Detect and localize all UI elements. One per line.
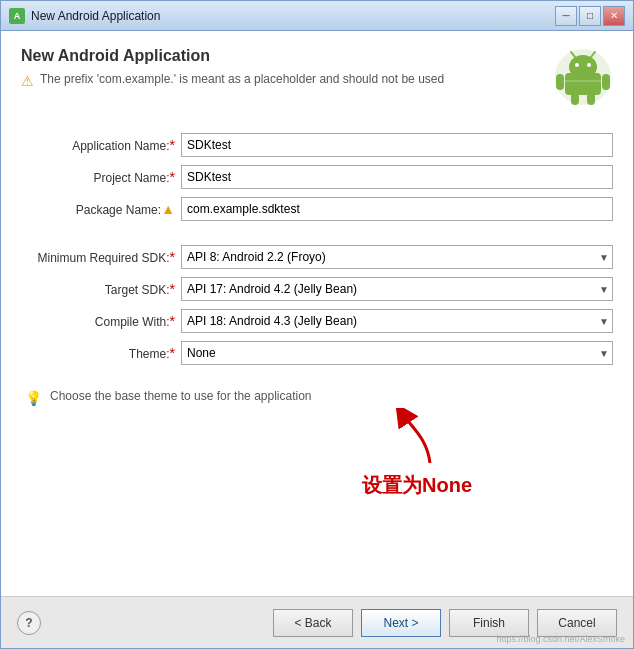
minimize-button[interactable]: ─: [555, 6, 577, 26]
svg-point-4: [587, 63, 591, 67]
package-name-row: Package Name:▲: [21, 197, 613, 221]
app-name-input[interactable]: [181, 133, 613, 157]
watermark: https://blog.csdn.net/AlexSmoke: [496, 634, 625, 644]
red-arrow-icon: [392, 408, 442, 468]
theme-label: Theme:*: [21, 345, 181, 361]
page-header: New Android Application ⚠ The prefix 'co…: [21, 47, 613, 107]
finish-button[interactable]: Finish: [449, 609, 529, 637]
close-button[interactable]: ✕: [603, 6, 625, 26]
min-sdk-select-wrapper: API 8: Android 2.2 (Froyo) ▼: [181, 245, 613, 269]
header-left: New Android Application ⚠ The prefix 'co…: [21, 47, 543, 92]
theme-select-wrapper: None ▼: [181, 341, 613, 365]
bottom-right: < Back Next > Finish Cancel: [273, 609, 617, 637]
target-sdk-row: Target SDK:* API 17: Android 4.2 (Jelly …: [21, 277, 613, 301]
target-sdk-label: Target SDK:*: [21, 281, 181, 297]
app-name-row: Application Name:*: [21, 133, 613, 157]
project-name-label: Project Name:*: [21, 169, 181, 185]
android-logo: [553, 47, 613, 107]
target-sdk-select-wrapper: API 17: Android 4.2 (Jelly Bean) ▼: [181, 277, 613, 301]
svg-rect-7: [556, 74, 564, 90]
svg-rect-8: [602, 74, 610, 90]
page-title: New Android Application: [21, 47, 543, 65]
window-icon: A: [9, 8, 25, 24]
compile-with-select[interactable]: API 18: Android 4.3 (Jelly Bean): [181, 309, 613, 333]
cancel-button[interactable]: Cancel: [537, 609, 617, 637]
svg-rect-10: [587, 93, 595, 105]
warning-text: The prefix 'com.example.' is meant as a …: [40, 71, 444, 88]
project-name-input[interactable]: [181, 165, 613, 189]
help-button[interactable]: ?: [17, 611, 41, 635]
svg-rect-9: [571, 93, 579, 105]
bottom-bar-wrapper: ? < Back Next > Finish Cancel https://bl…: [1, 596, 633, 648]
warning-banner: ⚠ The prefix 'com.example.' is meant as …: [21, 71, 543, 92]
min-sdk-row: Minimum Required SDK:* API 8: Android 2.…: [21, 245, 613, 269]
svg-point-2: [569, 55, 597, 79]
hint-icon: 💡: [25, 390, 42, 406]
content-area: New Android Application ⚠ The prefix 'co…: [1, 31, 633, 596]
min-sdk-label: Minimum Required SDK:*: [21, 249, 181, 265]
compile-with-label: Compile With:*: [21, 313, 181, 329]
next-button[interactable]: Next >: [361, 609, 441, 637]
theme-select[interactable]: None: [181, 341, 613, 365]
hint-text: Choose the base theme to use for the app…: [50, 389, 312, 403]
maximize-button[interactable]: □: [579, 6, 601, 26]
target-sdk-select[interactable]: API 17: Android 4.2 (Jelly Bean): [181, 277, 613, 301]
main-window: A New Android Application ─ □ ✕ New Andr…: [0, 0, 634, 649]
theme-row: Theme:* None ▼: [21, 341, 613, 365]
svg-point-3: [575, 63, 579, 67]
app-name-label: Application Name:*: [21, 137, 181, 153]
compile-with-row: Compile With:* API 18: Android 4.3 (Jell…: [21, 309, 613, 333]
package-name-input[interactable]: [181, 197, 613, 221]
project-name-row: Project Name:*: [21, 165, 613, 189]
back-button[interactable]: < Back: [273, 609, 353, 637]
hint-area: 💡 Choose the base theme to use for the a…: [21, 389, 613, 406]
window-title: New Android Application: [31, 9, 555, 23]
annotation-text: 设置为None: [362, 472, 472, 499]
warning-icon: ⚠: [21, 72, 34, 92]
package-name-label: Package Name:▲: [21, 201, 181, 217]
min-sdk-select[interactable]: API 8: Android 2.2 (Froyo): [181, 245, 613, 269]
window-controls: ─ □ ✕: [555, 6, 625, 26]
title-bar: A New Android Application ─ □ ✕: [1, 1, 633, 31]
bottom-left: ?: [17, 611, 41, 635]
form-area: Application Name:* Project Name:* Packag…: [21, 133, 613, 373]
compile-with-select-wrapper: API 18: Android 4.3 (Jelly Bean) ▼: [181, 309, 613, 333]
